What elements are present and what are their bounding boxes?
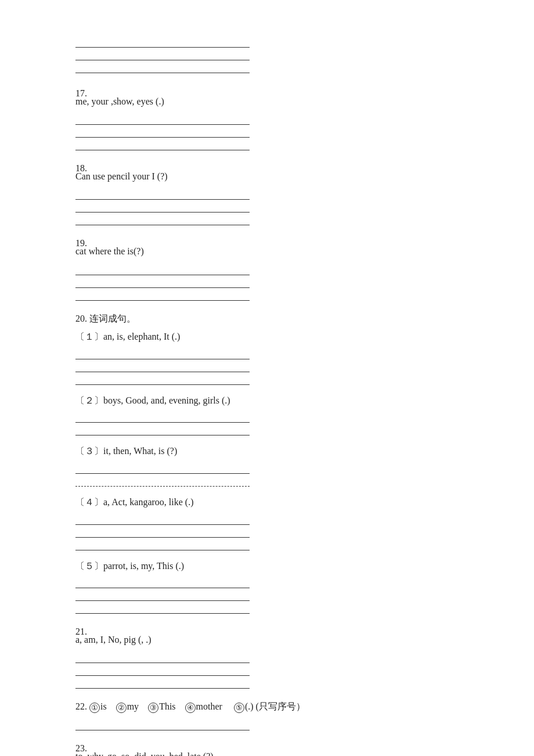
answer-line <box>75 538 250 550</box>
answer-line <box>75 525 250 538</box>
question-17-prompt: me, your ,show, eyes (.) <box>75 94 459 109</box>
sub-question-20-1: 〔１〕an, is, elephant, It (.) <box>75 329 459 385</box>
answer-line <box>75 125 250 138</box>
answer-line <box>75 663 250 676</box>
top-lines-block <box>75 35 459 73</box>
question-20-label: 20. 连词成句。 <box>75 311 459 326</box>
answer-line <box>75 676 250 689</box>
circle-2: ② <box>116 703 127 713</box>
sub-lines-20-2 <box>75 410 459 435</box>
circle-5: ⑤ <box>234 703 244 713</box>
question-17-lines <box>75 112 459 150</box>
answer-line <box>75 423 250 435</box>
answer-line <box>75 588 250 601</box>
answer-line <box>75 213 250 225</box>
answer-line-22 <box>75 718 250 730</box>
answer-line <box>75 650 250 663</box>
circle-1: ① <box>89 703 100 713</box>
question-23-prompt: to, why, go, so, did, you, bed, late (?) <box>75 749 459 757</box>
dotted-answer-line <box>75 474 250 487</box>
answer-line <box>75 575 250 588</box>
sub-lines-20-5 <box>75 575 459 614</box>
sub-lines-20-1 <box>75 347 459 385</box>
circle-4: ④ <box>185 703 196 713</box>
answer-line <box>75 187 250 200</box>
question-18-lines <box>75 187 459 225</box>
top-line-3 <box>75 60 250 73</box>
question-22: 22. ①is ②my ③This ④mother ⑤(.) (只写序号） <box>75 699 459 730</box>
sub-lines-20-3 <box>75 461 459 487</box>
question-19-lines <box>75 262 459 301</box>
sub-question-20-4: 〔４〕a, Act, kangaroo, like (.) <box>75 495 459 550</box>
answer-line <box>75 138 250 150</box>
question-21-prompt: a, am, I, No, pig (, .) <box>75 632 459 647</box>
question-17: 17. me, your ,show, eyes (.) <box>75 86 459 150</box>
sub-label-20-1: 〔１〕an, is, elephant, It (.) <box>75 329 459 344</box>
sub-label-20-5: 〔５〕parrot, is, my, This (.) <box>75 559 459 574</box>
top-line-1 <box>75 35 250 48</box>
answer-line <box>75 512 250 525</box>
sub-label-20-3: 〔３〕it, then, What, is (?) <box>75 444 459 459</box>
sub-question-20-2: 〔２〕boys, Good, and, evening, girls (.) <box>75 393 459 436</box>
question-20: 20. 连词成句。 〔１〕an, is, elephant, It (.) 〔２… <box>75 311 459 614</box>
top-line-2 <box>75 48 250 60</box>
circle-3: ③ <box>148 703 158 713</box>
question-19: 19. cat where the is(?) <box>75 236 459 300</box>
answer-line <box>75 200 250 213</box>
answer-line <box>75 112 250 125</box>
question-19-prompt: cat where the is(?) <box>75 244 459 259</box>
question-21-lines <box>75 650 459 689</box>
question-18: 18. Can use pencil your I (?) <box>75 161 459 225</box>
answer-line <box>75 601 250 614</box>
sub-label-20-4: 〔４〕a, Act, kangaroo, like (.) <box>75 495 459 510</box>
question-18-prompt: Can use pencil your I (?) <box>75 169 459 184</box>
answer-line <box>75 410 250 423</box>
answer-line <box>75 275 250 288</box>
answer-line <box>75 461 250 474</box>
answer-line <box>75 262 250 275</box>
question-22-label: 22. ①is ②my ③This ④mother ⑤(.) (只写序号） <box>75 699 459 714</box>
sub-lines-20-4 <box>75 512 459 550</box>
sub-question-20-5: 〔５〕parrot, is, my, This (.) <box>75 559 459 614</box>
question-21: 21. a, am, I, No, pig (, .) <box>75 624 459 689</box>
answer-line <box>75 359 250 372</box>
sub-label-20-2: 〔２〕boys, Good, and, evening, girls (.) <box>75 393 459 408</box>
question-23: 23. to, why, go, so, did, you, bed, late… <box>75 741 459 756</box>
answer-line <box>75 347 250 359</box>
sub-question-20-3: 〔３〕it, then, What, is (?) <box>75 444 459 487</box>
answer-line <box>75 288 250 301</box>
answer-line <box>75 372 250 385</box>
